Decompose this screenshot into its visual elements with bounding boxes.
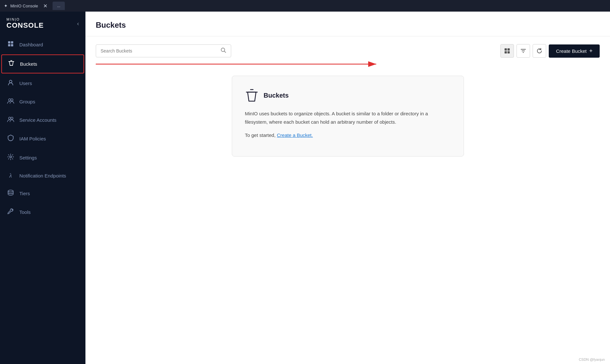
- svg-point-8: [11, 117, 13, 120]
- svg-rect-1: [11, 41, 13, 43]
- sidebar-item-dashboard[interactable]: Dashboard: [0, 35, 85, 54]
- logo-text: MIN|O CONSOLE: [6, 17, 44, 30]
- sidebar-logo: MIN|O CONSOLE ‹: [0, 12, 85, 35]
- content-area: Buckets MinIO uses buckets to organize o…: [85, 71, 610, 364]
- groups-icon: [7, 98, 14, 106]
- svg-rect-13: [507, 48, 510, 51]
- refresh-button[interactable]: [533, 44, 546, 58]
- sidebar-item-notification-endpoints-label: Notification Endpoints: [19, 173, 66, 178]
- create-bucket-button[interactable]: Create Bucket +: [549, 44, 600, 58]
- iam-policies-icon: [7, 134, 14, 143]
- buckets-icon: [8, 60, 15, 68]
- bucket-icon-large: [245, 88, 259, 103]
- sidebar-item-dashboard-label: Dashboard: [19, 42, 43, 47]
- sidebar-item-tools-label: Tools: [19, 209, 31, 215]
- info-card-body-text2: To get started, Create a Bucket.: [245, 131, 451, 139]
- tiers-icon: [7, 189, 14, 197]
- sidebar-item-users-label: Users: [19, 81, 32, 86]
- svg-rect-2: [8, 44, 10, 46]
- settings-icon: [7, 153, 14, 162]
- sidebar-item-service-accounts[interactable]: Service Accounts: [0, 111, 85, 129]
- create-bucket-link[interactable]: Create a Bucket.: [277, 132, 313, 138]
- search-box: [96, 44, 231, 57]
- top-bar: ✦ MinIO Console ✕ ...: [0, 0, 610, 12]
- logo-console: CONSOLE: [6, 21, 44, 30]
- svg-rect-14: [505, 51, 507, 53]
- search-input[interactable]: [101, 48, 218, 53]
- svg-point-5: [9, 99, 11, 101]
- info-card-body-text1: MinIO uses buckets to organize objects. …: [245, 110, 451, 126]
- info-card-body: MinIO uses buckets to organize objects. …: [245, 110, 451, 139]
- logo-minio: MIN|O: [6, 17, 44, 21]
- sidebar-item-iam-policies-label: IAM Policies: [19, 136, 46, 141]
- sidebar-item-iam-policies[interactable]: IAM Policies: [0, 129, 85, 148]
- svg-point-9: [10, 156, 12, 158]
- red-arrow-svg: [96, 58, 600, 71]
- page-header: Buckets: [85, 12, 610, 36]
- sidebar-item-buckets-label: Buckets: [20, 61, 37, 67]
- sidebar-nav: Dashboard Buckets Users: [0, 35, 85, 364]
- svg-rect-3: [11, 44, 13, 46]
- sidebar: MIN|O CONSOLE ‹ Dashboard: [0, 0, 85, 364]
- svg-point-4: [9, 80, 12, 83]
- sidebar-item-tools[interactable]: Tools: [0, 203, 85, 222]
- filter-button[interactable]: [517, 44, 530, 58]
- svg-point-7: [9, 117, 11, 120]
- browser-tab[interactable]: ...: [53, 2, 65, 10]
- toolbar-right: Create Bucket +: [500, 44, 600, 58]
- collapse-button[interactable]: ‹: [77, 20, 79, 27]
- page-title: Buckets: [96, 21, 600, 30]
- info-card-body-prefix: To get started,: [245, 132, 277, 138]
- toolbar: Create Bucket +: [85, 36, 610, 58]
- sidebar-item-buckets[interactable]: Buckets: [1, 54, 84, 73]
- svg-rect-12: [505, 48, 507, 51]
- tab-label: ...: [57, 4, 60, 8]
- search-icon: [221, 47, 226, 54]
- svg-point-6: [11, 99, 13, 101]
- sidebar-item-groups[interactable]: Groups: [0, 92, 85, 111]
- service-accounts-icon: [7, 116, 14, 124]
- sidebar-item-users[interactable]: Users: [0, 74, 85, 92]
- info-card: Buckets MinIO uses buckets to organize o…: [232, 76, 464, 157]
- sidebar-item-settings-label: Settings: [19, 155, 37, 160]
- sidebar-item-notification-endpoints[interactable]: λ Notification Endpoints: [0, 167, 85, 184]
- users-icon: [7, 79, 14, 87]
- sidebar-item-service-accounts-label: Service Accounts: [19, 117, 56, 123]
- tools-icon: [7, 208, 14, 216]
- main-content: Buckets: [85, 0, 610, 364]
- sidebar-item-tiers-label: Tiers: [19, 191, 30, 196]
- dashboard-icon: [7, 41, 14, 49]
- svg-rect-15: [507, 51, 510, 53]
- info-card-header: Buckets: [245, 88, 451, 103]
- grid-view-button[interactable]: [500, 44, 514, 58]
- notification-endpoints-icon: λ: [7, 172, 14, 179]
- svg-rect-0: [8, 41, 10, 43]
- app-icon: ✦: [4, 3, 8, 8]
- plus-icon: +: [589, 48, 593, 54]
- footer-note: CSDN @fyanjun: [579, 358, 605, 361]
- arrow-annotation: [96, 58, 600, 71]
- close-icon[interactable]: ✕: [43, 3, 47, 9]
- info-card-title: Buckets: [264, 92, 289, 99]
- sidebar-item-tiers[interactable]: Tiers: [0, 184, 85, 203]
- sidebar-item-groups-label: Groups: [19, 99, 35, 104]
- create-bucket-label: Create Bucket: [556, 48, 586, 54]
- sidebar-item-settings[interactable]: Settings: [0, 148, 85, 167]
- svg-point-10: [8, 190, 13, 192]
- app-title: MinIO Console: [10, 4, 38, 8]
